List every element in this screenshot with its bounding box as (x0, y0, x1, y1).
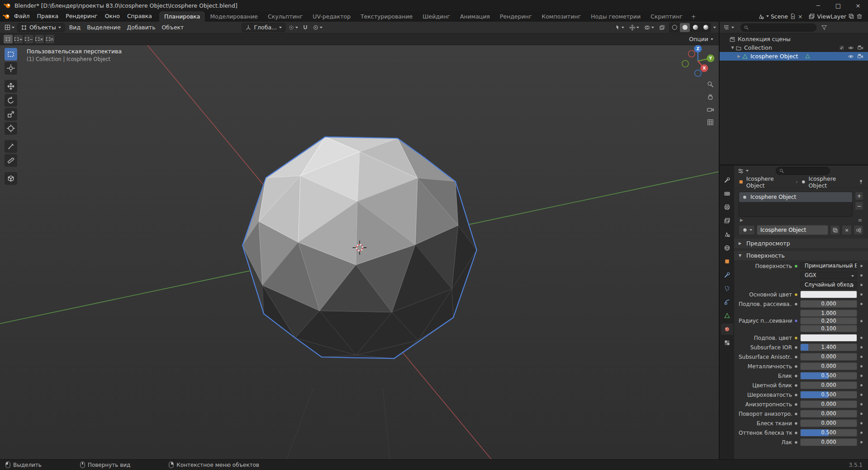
list-grip-icon[interactable]: ≡ (858, 217, 862, 223)
workspace-tab-1[interactable]: Моделирование (205, 11, 262, 22)
tool-transform[interactable] (5, 122, 17, 135)
keyframe-dot[interactable] (860, 356, 863, 358)
workspace-tab-4[interactable]: Текстурирование (356, 11, 417, 22)
properties-tab-world[interactable] (721, 242, 733, 254)
tool-measure[interactable] (5, 154, 17, 167)
pin-icon[interactable] (858, 179, 864, 185)
shading-solid-button[interactable] (680, 23, 690, 32)
keyframe-dot[interactable] (860, 394, 863, 396)
overlays-button[interactable] (643, 24, 655, 32)
select-mode-intersect[interactable]: ∩ (45, 35, 54, 43)
shading-wireframe-button[interactable] (669, 23, 679, 32)
workspace-tab-7[interactable]: Рендеринг (495, 11, 537, 22)
snap-toggle[interactable] (301, 24, 310, 32)
slider-field[interactable]: 0.000 (800, 353, 857, 361)
keyframe-dot[interactable] (860, 346, 863, 348)
workspace-tab-3[interactable]: UV-редактор (308, 11, 356, 22)
viewlayer-selector[interactable]: ViewLayer (806, 13, 864, 20)
editor-type-button[interactable] (3, 23, 16, 32)
workspace-tab-6[interactable]: Анимация (455, 11, 495, 22)
keyframe-dot[interactable] (860, 284, 863, 286)
keyframe-dot[interactable] (860, 384, 863, 386)
keyframe-dot[interactable] (860, 365, 863, 367)
outliner-row-1[interactable]: ▼Collection✓ (720, 43, 868, 52)
properties-tab-viewlayer[interactable] (721, 215, 733, 226)
keyframe-dot[interactable] (860, 293, 863, 296)
menu-0[interactable]: Файл (10, 11, 33, 22)
number-field[interactable]: 0.100 (800, 325, 857, 332)
slider-field[interactable]: 0.500 (800, 429, 857, 437)
blender-menu-logo[interactable] (3, 13, 10, 20)
tool-move[interactable] (5, 80, 17, 93)
slider-field[interactable]: 0.000 (800, 419, 857, 427)
navigation-gizmo[interactable]: ZYX (678, 45, 718, 81)
add-slot-button[interactable]: + (855, 192, 863, 200)
options-dropdown[interactable]: Опции (689, 36, 715, 42)
slot-expand-icon[interactable]: ▶ (740, 218, 743, 222)
properties-tab-scene[interactable] (721, 229, 733, 240)
properties-tab-tool[interactable] (721, 174, 733, 186)
select-mode-extend[interactable]: + (14, 35, 23, 43)
viewport-menu-2[interactable]: Добавить (124, 24, 159, 31)
outliner-search-input[interactable] (751, 24, 813, 30)
keyframe-dot[interactable] (860, 422, 863, 424)
tool-box-select[interactable] (5, 48, 17, 61)
scene-selector[interactable]: Scene × (756, 13, 805, 20)
zoom-button[interactable] (706, 80, 715, 89)
slider-field[interactable]: 0.000 (800, 410, 857, 418)
select-mode-invert[interactable]: × (35, 35, 44, 43)
node-editor-button[interactable] (854, 225, 863, 235)
menu-4[interactable]: Справка (123, 11, 156, 22)
eye-icon[interactable] (848, 53, 854, 60)
minimize-button[interactable]: ─ (808, 0, 828, 11)
properties-tab-modifiers[interactable] (721, 269, 733, 281)
outliner-row-0[interactable]: Коллекция сцены (720, 35, 868, 43)
transform-orientation[interactable]: Глоба... (242, 23, 285, 32)
preview-panel-header[interactable]: ▶ Предпросмотр (734, 239, 868, 248)
keyframe-dot[interactable] (860, 337, 863, 339)
distribution-select[interactable]: GGX (800, 272, 857, 279)
xray-toggle[interactable] (658, 24, 667, 32)
workspace-tab-0[interactable]: Планировка (159, 11, 205, 22)
remove-slot-button[interactable]: − (855, 202, 863, 210)
keyframe-dot[interactable] (860, 303, 863, 305)
properties-tab-particles[interactable] (721, 283, 733, 294)
object-visibility-button[interactable] (613, 24, 626, 31)
keyframe-dot[interactable] (860, 403, 863, 405)
menu-1[interactable]: Правка (33, 11, 62, 22)
number-field[interactable]: 0.200 (800, 317, 857, 324)
keyframe-dot[interactable] (860, 320, 863, 322)
maximize-button[interactable]: □ (828, 0, 848, 11)
keyframe-dot[interactable] (860, 441, 863, 443)
duplicate-material-button[interactable] (830, 225, 840, 235)
select-mode-subtract[interactable]: − (24, 35, 33, 43)
mode-selector[interactable]: Объекты (17, 23, 65, 32)
shading-dropdown-icon[interactable] (713, 27, 716, 28)
properties-tab-render[interactable] (721, 188, 733, 199)
proportional-edit-toggle[interactable] (311, 24, 324, 32)
workspace-tab-8[interactable]: Композитинг (537, 11, 586, 22)
keyframe-dot[interactable] (860, 413, 863, 415)
copy-viewlayer-icon[interactable] (848, 13, 854, 19)
unlink-scene-icon[interactable]: × (798, 13, 802, 20)
disclosure-icon[interactable]: ▶ (736, 54, 742, 58)
surface-panel-header[interactable]: ▼ Поверхность (734, 251, 868, 260)
number-field[interactable]: 1.000 (800, 310, 857, 317)
slider-field[interactable]: 0.000 (800, 300, 857, 308)
surface-shader-select[interactable]: Принципиальный BSDF (800, 262, 857, 270)
color-swatch[interactable] (800, 291, 857, 298)
filter-icon[interactable] (821, 24, 827, 31)
shading-rendered-button[interactable] (701, 23, 711, 32)
ortho-toggle-button[interactable] (706, 118, 715, 127)
viewport[interactable]: Пользовательская перспектива (1) Collect… (0, 45, 719, 459)
slider-field[interactable]: 0.000 (800, 438, 857, 446)
snap-target-button[interactable] (287, 24, 299, 32)
properties-tab-output[interactable] (721, 202, 733, 213)
delete-viewlayer-icon[interactable] (856, 13, 863, 19)
tool-rotate[interactable] (5, 94, 17, 107)
tool-add-cube[interactable] (5, 172, 17, 185)
select-mode-set[interactable] (4, 35, 13, 43)
slider-field[interactable]: 0.000 (800, 400, 857, 408)
eye-icon[interactable] (848, 45, 854, 51)
workspace-tab-2[interactable]: Скульптинг (263, 11, 308, 22)
